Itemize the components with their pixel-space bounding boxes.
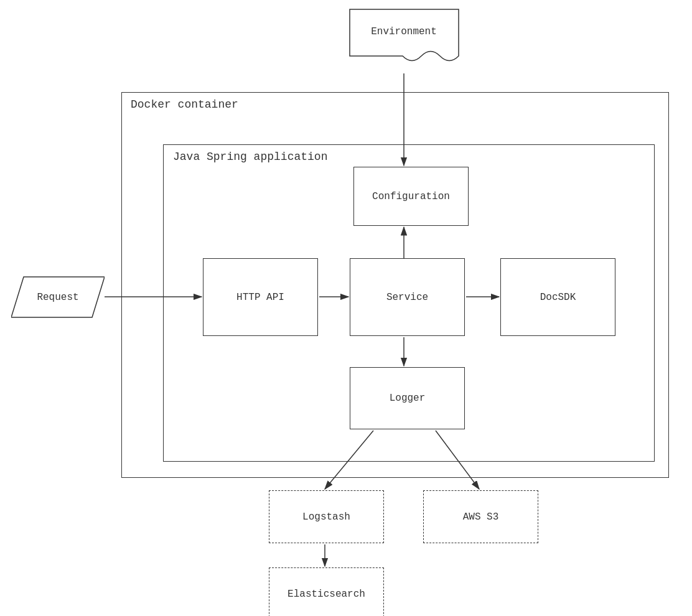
logstash-label: Logstash: [302, 511, 350, 523]
spring-label: Java Spring application: [173, 151, 327, 163]
svg-text:Request: Request: [37, 292, 78, 303]
httpapi-box: HTTP API: [203, 258, 318, 336]
request-shape: Request: [11, 274, 105, 320]
environment-shape: Environment: [347, 6, 462, 75]
awss3-box: AWS S3: [423, 490, 538, 543]
docsdk-label: DocSDK: [540, 292, 576, 303]
docker-label: Docker container: [131, 98, 238, 111]
elasticsearch-box: Elasticsearch: [269, 567, 384, 616]
service-label: Service: [386, 292, 428, 303]
docsdk-box: DocSDK: [500, 258, 615, 336]
config-box: Configuration: [353, 167, 469, 226]
logger-label: Logger: [390, 393, 426, 404]
diagram-container: Environment Docker container Java Spring…: [0, 0, 692, 616]
httpapi-label: HTTP API: [236, 292, 284, 303]
logger-box: Logger: [350, 367, 465, 429]
config-label: Configuration: [372, 191, 450, 202]
svg-text:Environment: Environment: [371, 26, 437, 37]
awss3-label: AWS S3: [463, 511, 499, 523]
service-box: Service: [350, 258, 465, 336]
logstash-box: Logstash: [269, 490, 384, 543]
elasticsearch-label: Elasticsearch: [288, 589, 365, 600]
